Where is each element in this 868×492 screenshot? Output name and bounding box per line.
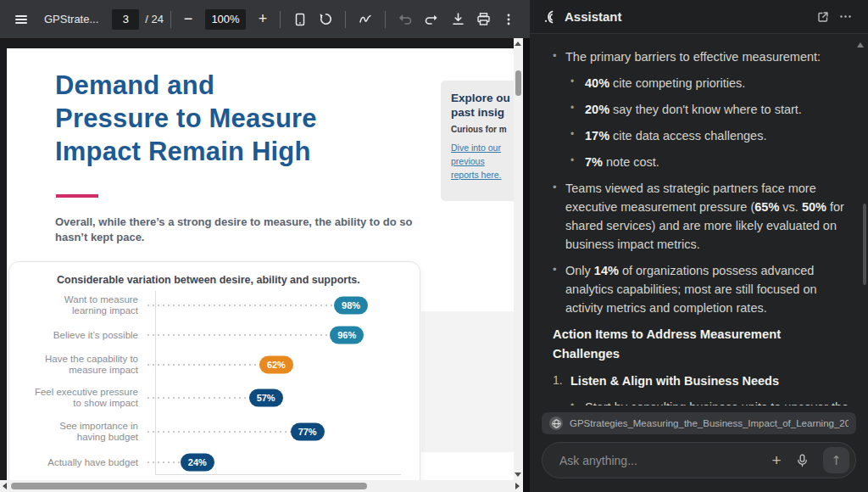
annotate-pen-icon[interactable] <box>353 7 378 32</box>
explore-insights-callout: Explore ou past insig Curious for m Dive… <box>441 81 515 201</box>
pdf-viewer-pane: GPStrate... / 24 − + <box>0 0 530 492</box>
chart-category-label: Want to measurelearning impact <box>9 294 147 316</box>
more-options-icon[interactable] <box>496 7 521 32</box>
chart-category-label: Actually have budget <box>9 457 147 468</box>
previous-reports-link[interactable]: Dive into our previous reports here. <box>451 141 515 182</box>
assistant-block: •40% cite competing priorities. <box>570 74 851 92</box>
globe-icon <box>549 417 563 430</box>
page-title: Demand and Pressure to Measure Impact Re… <box>55 69 317 168</box>
vertical-scrollbar-thumb[interactable] <box>515 70 521 96</box>
assistant-block: •Teams viewed as strategic partners face… <box>553 179 851 254</box>
pdf-toolbar: GPStrate... / 24 − + <box>0 0 530 38</box>
callout-heading: Explore ou past insig <box>451 91 515 120</box>
print-icon[interactable] <box>470 7 496 32</box>
assistant-title: Assistant <box>565 9 812 24</box>
open-in-new-icon[interactable] <box>812 6 834 28</box>
assistant-block: •7% note cost. <box>570 153 851 171</box>
microphone-icon[interactable] <box>789 448 815 473</box>
zoom-in-button[interactable]: + <box>253 10 273 28</box>
app-window: GPStrate... / 24 − + <box>0 0 868 492</box>
chart-value-pill: 98% <box>334 297 368 315</box>
vertical-scrollbar[interactable] <box>514 38 523 480</box>
chart-rows: Want to measurelearning impact98%Believe… <box>9 289 420 476</box>
assistant-block: •The primary barriers to effective measu… <box>553 48 851 66</box>
chart-track: 57% <box>147 381 355 415</box>
assistant-header: Assistant <box>530 0 868 34</box>
toolbar-divider <box>385 11 386 28</box>
chart-value-pill: 96% <box>330 327 364 344</box>
toolbar-divider <box>280 11 281 28</box>
assistant-scrollbar-thumb[interactable] <box>863 204 866 285</box>
scroll-up-icon[interactable] <box>515 42 521 46</box>
chart-leader-line <box>147 364 276 366</box>
assistant-block: •17% cite data access challenges. <box>570 126 851 145</box>
attach-plus-icon[interactable]: + <box>764 448 789 473</box>
redo-icon[interactable] <box>418 7 443 32</box>
undo-icon[interactable] <box>392 7 418 32</box>
chart-track: 24% <box>147 449 355 476</box>
assistant-footer: GPStrategies_Measuring_the_Business_Impa… <box>530 405 868 492</box>
horizontal-scrollbar-thumb[interactable] <box>11 483 367 489</box>
chart-value-pill: 62% <box>259 356 293 374</box>
chart-value-pill: 24% <box>181 454 214 472</box>
page-background-block <box>421 311 515 452</box>
assistant-block: •20% say they don't know where to start. <box>570 100 851 119</box>
chart-leader-line <box>147 431 308 433</box>
page-subtitle: Overall, while there’s a strong desire t… <box>55 215 420 245</box>
assistant-block: •Start by consulting business units to u… <box>570 398 851 405</box>
chart-track: 62% <box>147 349 355 381</box>
send-arrow-icon: ↑ <box>831 453 842 468</box>
assistant-block: •Only 14% of organizations possess advan… <box>553 261 851 317</box>
chart-row: Have the capability tomeasure impact62% <box>9 349 420 381</box>
assistant-logo-icon <box>542 9 557 25</box>
chart-category-label: Feel executive pressureto show impact <box>9 387 147 409</box>
page-total-label: / 24 <box>145 13 164 25</box>
horizontal-scrollbar[interactable] <box>0 480 523 492</box>
chart-row: Actually have budget24% <box>9 449 420 476</box>
chart-row: See importance inhaving budget77% <box>9 415 420 449</box>
assistant-block: Action Items to Address Measurement Chal… <box>553 325 851 363</box>
assistant-panel: Assistant •The primary barriers to effec… <box>530 0 868 492</box>
download-icon[interactable] <box>445 7 470 32</box>
zoom-level-input[interactable] <box>205 9 246 30</box>
scroll-right-icon[interactable] <box>515 483 520 489</box>
document-title: GPStrate... <box>44 13 98 25</box>
chart-category-label: Have the capability tomeasure impact <box>9 354 147 376</box>
ask-input-bar: + ↑ <box>542 442 856 478</box>
pdf-page: Demand and Pressure to Measure Impact Re… <box>7 48 515 492</box>
chart-card: Considerable variation between desire, a… <box>8 261 420 492</box>
assistant-more-icon[interactable] <box>834 6 856 28</box>
send-button[interactable]: ↑ <box>823 447 849 473</box>
attached-file-name: GPStrategies_Measuring_the_Business_Impa… <box>570 418 849 428</box>
scroll-left-icon[interactable] <box>3 483 7 489</box>
chart-track: 98% <box>147 289 355 321</box>
title-accent-rule <box>56 194 98 198</box>
chart-track: 96% <box>147 321 355 349</box>
chart-value-pill: 77% <box>291 423 325 441</box>
callout-subtext: Curious for m <box>451 125 515 134</box>
chart-leader-line <box>147 334 347 336</box>
rotate-icon[interactable] <box>313 7 338 32</box>
chart-title: Considerable variation between desire, a… <box>57 274 360 286</box>
pdf-viewport: Demand and Pressure to Measure Impact Re… <box>0 38 530 492</box>
menu-icon[interactable] <box>8 7 34 32</box>
zoom-out-button[interactable]: − <box>178 10 198 28</box>
ask-input[interactable] <box>559 454 764 467</box>
attached-file-chip[interactable]: GPStrategies_Measuring_the_Business_Impa… <box>542 412 856 434</box>
viewer-edge <box>523 38 530 492</box>
assistant-scroll-up-icon[interactable] <box>857 42 864 48</box>
chart-value-pill: 57% <box>249 389 283 407</box>
fit-page-icon[interactable] <box>287 7 313 32</box>
chart-row: Believe it’s possible96% <box>9 321 420 349</box>
chart-track: 77% <box>147 415 355 449</box>
assistant-block: 1.Listen & Align with Business Needs <box>553 372 851 390</box>
chart-category-label: Believe it’s possible <box>9 330 147 341</box>
chart-row: Want to measurelearning impact98% <box>9 289 420 321</box>
chart-leader-line <box>147 305 351 306</box>
toolbar-divider <box>345 11 346 28</box>
scroll-down-icon[interactable] <box>515 472 521 477</box>
chart-row: Feel executive pressureto show impact57% <box>9 381 420 415</box>
chart-category-label: See importance inhaving budget <box>9 421 147 443</box>
page-number-input[interactable] <box>112 9 139 30</box>
toolbar-divider <box>170 11 171 28</box>
